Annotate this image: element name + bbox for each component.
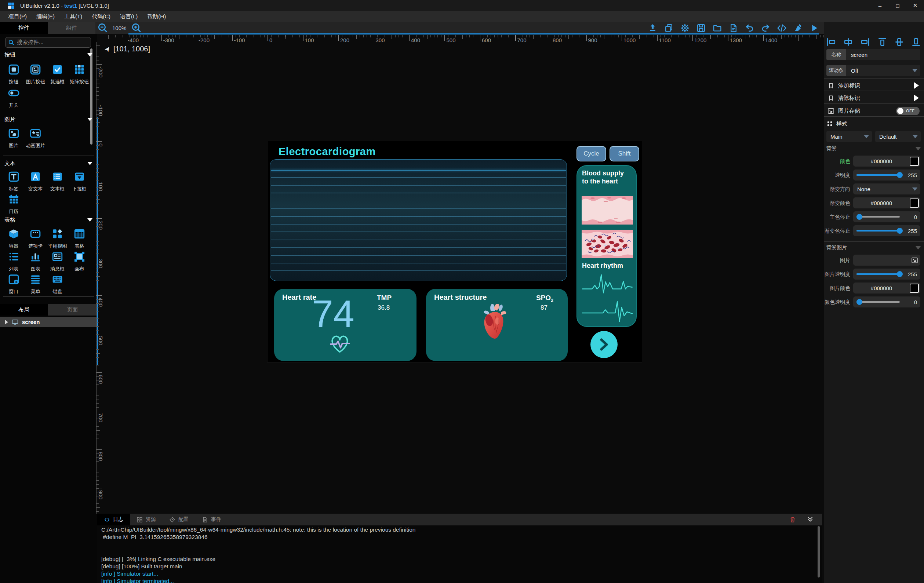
color-swatch[interactable] bbox=[910, 156, 919, 166]
color-field[interactable]: #000000 bbox=[853, 198, 920, 208]
save-icon[interactable] bbox=[696, 23, 706, 33]
collapse-icon[interactable] bbox=[87, 218, 92, 222]
image-store-toggle[interactable]: OFF bbox=[896, 107, 920, 115]
slider-thumb[interactable] bbox=[897, 172, 903, 178]
shift-button[interactable]: Shift bbox=[609, 146, 639, 161]
background-section-header[interactable]: 背景 bbox=[827, 145, 921, 152]
palette-item-复选框[interactable]: 复选框 bbox=[46, 64, 68, 85]
dropdown-field[interactable]: None bbox=[853, 183, 920, 194]
palette-item-菜单[interactable]: 菜单 bbox=[25, 274, 46, 295]
design-screen[interactable]: Electrocardiogram Cycle Shift Blood supp… bbox=[267, 141, 642, 362]
name-field[interactable]: 名称 screen bbox=[827, 49, 920, 60]
run-icon[interactable] bbox=[809, 23, 819, 33]
style-state-select[interactable]: Default bbox=[875, 131, 921, 142]
palette-item-选项卡[interactable]: 选项卡 bbox=[25, 228, 46, 249]
blood-supply-card[interactable]: Blood supplyto the heart bbox=[576, 165, 637, 327]
slider-track[interactable] bbox=[856, 301, 900, 303]
slider-track[interactable] bbox=[856, 230, 900, 232]
collapse-icon[interactable] bbox=[87, 162, 92, 165]
open-folder-icon[interactable] bbox=[712, 23, 722, 33]
palette-item-文本框[interactable]: 文本框 bbox=[46, 171, 68, 192]
slider-field[interactable]: 255 bbox=[853, 268, 920, 280]
scrollbar-select[interactable]: 滚动条 Off bbox=[827, 65, 920, 76]
duplicate-icon[interactable] bbox=[664, 23, 674, 33]
color-field[interactable]: #000000 bbox=[853, 283, 920, 293]
collapse-icon[interactable] bbox=[915, 246, 921, 249]
slider-field[interactable]: 255 bbox=[853, 170, 920, 181]
palette-item-表格[interactable]: 表格 bbox=[68, 228, 90, 249]
redo-icon[interactable] bbox=[761, 23, 771, 33]
color-swatch[interactable] bbox=[910, 283, 919, 293]
palette-item-键盘[interactable]: 键盘 bbox=[46, 274, 68, 295]
horizontal-scrollbar[interactable] bbox=[129, 33, 819, 35]
palette-item-动画图片[interactable]: 动画图片 bbox=[25, 128, 46, 149]
align-left-icon[interactable] bbox=[827, 37, 836, 48]
log-tab-资源[interactable]: 资源 bbox=[130, 514, 163, 525]
align-middle-v-icon[interactable] bbox=[894, 37, 904, 48]
expand-arrow-icon[interactable] bbox=[5, 320, 8, 324]
slider-field[interactable]: 255 bbox=[853, 225, 920, 236]
palette-item-画布[interactable]: 画布 bbox=[68, 251, 90, 272]
collapse-icon[interactable] bbox=[87, 118, 92, 121]
cycle-button[interactable]: Cycle bbox=[576, 146, 606, 161]
menu-item-0[interactable]: 项目(P) bbox=[4, 11, 31, 22]
palette-scrollbar[interactable] bbox=[90, 48, 92, 145]
add-flags-row[interactable]: 添加标识 bbox=[824, 80, 924, 91]
log-scrollbar[interactable] bbox=[818, 526, 820, 578]
export-icon[interactable] bbox=[648, 23, 658, 33]
menu-item-4[interactable]: 语言(L) bbox=[115, 11, 142, 22]
palette-item-图片[interactable]: 图片 bbox=[3, 128, 25, 149]
zoom-in-icon[interactable] bbox=[131, 23, 141, 33]
heart-rate-card[interactable]: Heart rate 74 TMP 36.8 bbox=[274, 289, 416, 361]
slider-track[interactable] bbox=[856, 174, 900, 176]
log-tab-配置[interactable]: 配置 bbox=[163, 514, 195, 525]
clear-flags-row[interactable]: 清除标识 bbox=[824, 92, 924, 104]
expand-right-icon[interactable] bbox=[914, 95, 919, 101]
tab-layout[interactable]: 布局 bbox=[0, 304, 48, 316]
search-input[interactable]: 搜索控件... bbox=[5, 37, 91, 48]
settings-icon[interactable] bbox=[680, 23, 690, 33]
collapse-icon[interactable] bbox=[87, 53, 92, 56]
palette-item-窗口[interactable]: 窗口 bbox=[3, 274, 25, 295]
code-icon[interactable] bbox=[777, 23, 787, 33]
slider-track[interactable] bbox=[856, 273, 900, 275]
log-tab-事件[interactable]: 事件 bbox=[195, 514, 228, 525]
palette-item-容器[interactable]: 容器 bbox=[3, 228, 25, 249]
menu-item-1[interactable]: 编辑(E) bbox=[31, 11, 59, 22]
maximize-button[interactable]: □ bbox=[889, 0, 906, 11]
palette-item-平铺视图[interactable]: 平铺视图 bbox=[46, 228, 68, 249]
color-field[interactable]: #000000 bbox=[853, 156, 920, 166]
zoom-out-icon[interactable] bbox=[97, 23, 107, 33]
collapse-panel-icon[interactable] bbox=[807, 516, 814, 523]
palette-item-下拉框[interactable]: 下拉框 bbox=[68, 171, 90, 192]
tree-item-screen[interactable]: screen bbox=[0, 317, 97, 327]
clean-icon[interactable] bbox=[793, 23, 803, 33]
slider-thumb[interactable] bbox=[856, 214, 862, 220]
log-tab-日志[interactable]: 日志 bbox=[97, 514, 130, 525]
align-top-icon[interactable] bbox=[878, 37, 887, 48]
slider-track[interactable] bbox=[856, 216, 900, 217]
next-page-button[interactable] bbox=[591, 331, 617, 358]
section-header-2[interactable]: 文本 bbox=[4, 160, 92, 167]
palette-item-按钮[interactable]: 按钮 bbox=[3, 64, 25, 85]
tab-pages[interactable]: 页面 bbox=[48, 304, 97, 316]
menu-item-2[interactable]: 工具(T) bbox=[59, 11, 87, 22]
palette-item-图片按钮[interactable]: 图片按钮 bbox=[25, 64, 46, 85]
align-bottom-icon[interactable] bbox=[911, 37, 921, 48]
menu-item-3[interactable]: 代码(C) bbox=[87, 11, 115, 22]
heart-structure-card[interactable]: Heart structure SPO2 87 bbox=[426, 289, 568, 361]
section-header-3[interactable]: 表格 bbox=[4, 216, 92, 224]
palette-item-开关[interactable]: 开关 bbox=[3, 87, 25, 109]
menu-item-5[interactable]: 帮助(H) bbox=[142, 11, 171, 22]
trash-icon[interactable] bbox=[789, 516, 796, 523]
background-image-section-header[interactable]: 背景图片 bbox=[827, 244, 921, 251]
slider-field[interactable]: 0 bbox=[853, 296, 920, 308]
palette-item-列表[interactable]: 列表 bbox=[3, 251, 25, 272]
undo-icon[interactable] bbox=[744, 23, 754, 33]
palette-item-消息框[interactable]: 消息框 bbox=[46, 251, 68, 272]
palette-item-富文本[interactable]: 富文本 bbox=[25, 171, 46, 192]
minimize-button[interactable]: – bbox=[871, 0, 889, 11]
tab-components[interactable]: 组件 bbox=[48, 22, 96, 34]
slider-thumb[interactable] bbox=[897, 271, 903, 277]
style-part-select[interactable]: Main bbox=[827, 131, 872, 142]
